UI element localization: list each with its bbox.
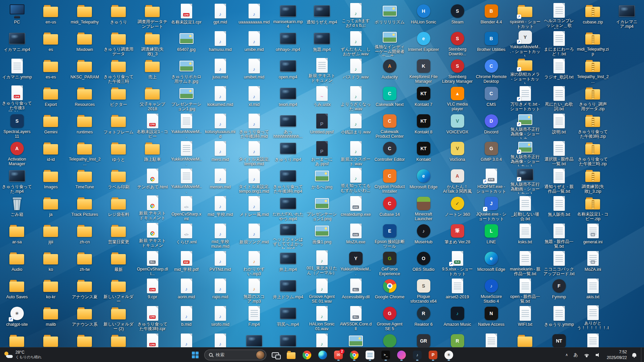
desktop-icon[interactable]: ♪sirofo.mid xyxy=(203,304,237,331)
desktop-icon[interactable]: zh-tw xyxy=(68,249,102,276)
desktop-icon[interactable]: 筆筆まめ Ver.28 xyxy=(440,221,474,249)
desktop-icon[interactable]: プレゼンテーション1.jpg xyxy=(169,84,203,111)
desktop-icon[interactable]: ✳↗chatgpt-site xyxy=(0,304,34,331)
desktop-icon[interactable]: きゅうり xyxy=(102,1,136,29)
desktop-icon[interactable]: ♪小銭詰まり.wav xyxy=(339,111,373,139)
desktop-icon[interactable]: YukkuriMovieM... xyxy=(169,139,203,166)
desktop-icon[interactable]: フォトフレーム xyxy=(102,111,136,139)
desktop-icon[interactable]: 死にたい_ぬ歌詞.txt xyxy=(542,84,576,111)
desktop-icon[interactable]: テンポあて.html xyxy=(136,166,169,194)
desktop-icon[interactable]: ♪rajio.mid xyxy=(203,276,237,304)
desktop-icon[interactable]: PC xyxy=(0,1,34,29)
desktop-icon[interactable]: 画像1.png xyxy=(305,221,339,249)
desktop-icon[interactable]: アナウンス夏 xyxy=(68,276,102,304)
taskbar-app-terminal[interactable]: >_ xyxy=(379,349,392,361)
desktop-icon[interactable]: R xyxy=(440,331,474,347)
desktop-icon[interactable]: ♪わかりやすい.mp3 xyxy=(237,249,271,276)
desktop-icon[interactable]: 無題.mp4 xyxy=(305,29,339,56)
desktop-icon[interactable]: きゅうり.mp4 xyxy=(271,139,305,166)
desktop-icon[interactable]: BBrother Utilities xyxy=(474,29,508,56)
desktop-icon[interactable]: Pおーまーにあ.ppsf xyxy=(305,139,339,166)
desktop-icon[interactable]: CPR9.cpr xyxy=(136,276,169,304)
desktop-icon[interactable]: ♪ずんだもん＿しおかぜふ.wav xyxy=(339,29,373,56)
desktop-icon[interactable]: ♪mid_学校.mid xyxy=(203,194,237,221)
desktop-icon[interactable] xyxy=(34,331,68,347)
desktop-icon[interactable]: CPR名称未設定1.cpr xyxy=(169,1,203,29)
desktop-icon[interactable]: jijii xyxy=(34,221,68,249)
desktop-icon[interactable]: Y↗YukkuriMovieM... - ショートカット xyxy=(508,29,542,56)
desktop-icon[interactable]: INIgeneral.ini xyxy=(576,221,610,249)
desktop-icon[interactable]: es-es xyxy=(34,56,68,84)
desktop-icon[interactable]: Telepathy_Inst_2... xyxy=(576,56,610,84)
desktop-icon[interactable]: ♪kiokumed.mid xyxy=(203,84,237,111)
desktop-icon[interactable]: CCakewalk Product Center xyxy=(373,111,407,139)
desktop-icon[interactable]: ♪b.mid xyxy=(169,304,203,331)
desktop-icon[interactable]: KTKontakt 7 xyxy=(407,84,440,111)
desktop-icon[interactable] xyxy=(576,331,610,347)
desktop-icon[interactable]: 羽尻へ.mp4 xyxy=(271,304,305,331)
desktop-icon[interactable]: Auto Saves xyxy=(0,276,34,304)
desktop-icon[interactable]: ♪MuseScore Studio 4 xyxy=(474,276,508,304)
desktop-icon[interactable]: NNative Access xyxy=(474,304,508,331)
desktop-icon[interactable]: open.mp4 xyxy=(271,56,305,84)
desktop-icon[interactable]: GGIMP 3.0.4 xyxy=(474,139,508,166)
desktop-icon[interactable]: きゅうり.ymmp xyxy=(542,304,576,331)
desktop-icon[interactable]: ♪PVTNd.mid xyxy=(203,249,237,276)
desktop-icon[interactable] xyxy=(0,331,34,347)
desktop-icon[interactable]: </>OpenCvSharp.xml xyxy=(169,194,203,221)
desktop-icon[interactable]: SSpectraLayers 11 xyxy=(0,111,34,139)
desktop-icon[interactable]: DDiscord xyxy=(474,111,508,139)
desktop-icon[interactable]: DLLAccessibility.dll xyxy=(339,276,373,304)
desktop-icon[interactable]: ♪aorin.mid xyxy=(169,276,203,304)
desktop-icon[interactable]: </>くらび.xml xyxy=(169,221,203,249)
desktop-icon[interactable]: TimeTune xyxy=(68,166,102,194)
desktop-icon[interactable]: open - 親作品一覧.txt xyxy=(508,276,542,304)
weather-widget[interactable]: 28°C くもりのち晴れ xyxy=(1,348,45,362)
taskbar-app-chrome[interactable] xyxy=(347,349,361,361)
desktop-icon[interactable]: 通知うぜえ - 親作品一覧.txt xyxy=(542,166,576,194)
desktop-icon[interactable]: 選択肢 - 親作品一覧.txt xyxy=(542,139,576,166)
desktop-icon[interactable]: J↗JQuake.exe - ショートカット xyxy=(474,194,508,221)
desktop-icon[interactable]: YYukkuriMovieM... xyxy=(339,249,373,276)
desktop-icon[interactable]: 65407.jpg xyxy=(169,29,203,56)
desktop-icon[interactable]: YukkuriMovieM... xyxy=(169,166,203,194)
desktop-icon[interactable]: manisekarin.mp4 xyxy=(271,1,305,29)
desktop-icon[interactable]: 新規 テキスト ドキュメント.html xyxy=(136,221,169,249)
desktop-icon[interactable]: ゆうと xyxy=(102,139,136,166)
desktop-icon[interactable]: ♪きゅうり食ってた午後3時.mid xyxy=(237,111,271,139)
taskbar-clock[interactable]: 7:52 2025/09/22 xyxy=(605,349,629,361)
desktop-icon[interactable]: OOBS Studio xyxy=(407,249,440,276)
desktop-icon[interactable]: YukkuriMovieM... xyxy=(169,111,203,139)
desktop-icon[interactable]: かるへ.png xyxy=(305,166,339,194)
desktop-icon[interactable]: EEpson 接続診断ツール xyxy=(373,221,407,249)
desktop-icon[interactable]: BBlender 4.4 xyxy=(474,1,508,29)
desktop-icon[interactable]: ♪ xyxy=(305,331,339,347)
hidden-icons-chevron[interactable]: ∧ xyxy=(563,351,571,359)
desktop-icon[interactable]: ~うみ.ustx xyxy=(305,84,339,111)
desktop-icon[interactable]: F.mp4 xyxy=(237,304,271,331)
desktop-icon[interactable]: GR xyxy=(407,331,440,347)
desktop-icon[interactable]: ラジオ_歌詞.txt xyxy=(542,56,576,84)
desktop-icon[interactable]: PUntitled.ppsf xyxy=(305,111,339,139)
desktop-icon[interactable]: ♪Amazon Music xyxy=(440,304,474,331)
desktop-icon[interactable]: id-id xyxy=(34,139,68,166)
desktop-icon[interactable]: FFymmp xyxy=(542,276,576,304)
desktop-icon[interactable]: まにまにわーろど！.txt xyxy=(542,29,576,56)
desktop-icon[interactable]: 無題 - 親作品一覧.txt xyxy=(542,221,576,249)
desktop-icon[interactable]: 無人販売.txt xyxy=(542,194,576,221)
desktop-icon[interactable]: 売上 xyxy=(136,56,169,84)
desktop-icon[interactable]: CPRきゅうり食ってた午後3時-01.cpr xyxy=(0,84,34,111)
desktop-icon[interactable]: ヘルスコンプレッション＿歌詞.txt xyxy=(542,1,576,29)
desktop-icon[interactable]: 調査用データテンプレート xyxy=(136,1,169,29)
desktop-icon[interactable]: Telepathy_Inst_2... xyxy=(68,139,102,166)
desktop-icon[interactable]: プレゼンテーション1.png xyxy=(305,194,339,221)
desktop-icon[interactable]: SSteam xyxy=(440,1,474,29)
desktop-icon[interactable]: きゅうり調査用データ xyxy=(102,29,136,56)
desktop-icon[interactable]: Track Pictures xyxy=(68,194,102,221)
desktop-icon[interactable]: malib xyxy=(34,304,68,331)
desktop-icon[interactable]: ごみ箱 xyxy=(0,194,34,221)
desktop-icon[interactable]: ohhayo-.mp4 xyxy=(271,29,305,56)
desktop-icon[interactable] xyxy=(237,331,271,347)
desktop-icon[interactable]: XLS↗9.5.xlsx - ショートカット xyxy=(440,249,474,276)
desktop-icon[interactable]: 調査練習(失敗)_3.zip xyxy=(576,166,610,194)
